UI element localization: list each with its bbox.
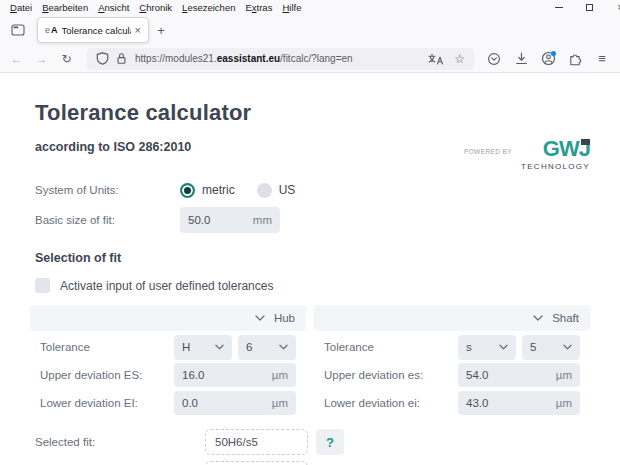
menu-bearbeiten[interactable]: Bearbeiten xyxy=(37,2,93,13)
extensions-icon xyxy=(568,52,582,66)
pocket-button[interactable] xyxy=(482,48,506,70)
tab-tolerance-calculator[interactable]: eA Tolerance calculator × xyxy=(37,17,149,43)
fit-type-value-box: Interference fit xyxy=(205,461,308,465)
units-label: System of Units: xyxy=(35,184,180,196)
window-controls: × xyxy=(543,1,620,15)
radio-metric[interactable] xyxy=(180,183,195,198)
basic-size-unit: mm xyxy=(253,214,272,226)
shaft-tolerance-grade-select[interactable]: 5 xyxy=(522,335,580,360)
radio-metric-label[interactable]: metric xyxy=(202,183,235,197)
hamburger-menu-icon: ≡ xyxy=(598,51,606,66)
menu-extras[interactable]: Extras xyxy=(240,2,277,13)
hub-lower-deviation-label: Lower deviation EI: xyxy=(40,397,174,409)
hub-panel-header[interactable]: Hub xyxy=(30,305,306,331)
hub-tolerance-row: Tolerance H 6 xyxy=(40,333,296,361)
minimize-button[interactable] xyxy=(543,1,574,15)
hub-upper-deviation-input[interactable]: 16.0 µm xyxy=(174,363,296,387)
url-text: https://modules21.eassistant.eu/fitcalc/… xyxy=(135,53,353,64)
menu-ansicht[interactable]: Ansicht xyxy=(93,2,134,13)
close-window-button[interactable]: × xyxy=(605,1,620,15)
tab-title: Tolerance calculator xyxy=(62,25,131,36)
hub-tolerance-letter-select[interactable]: H xyxy=(174,335,232,360)
radio-us[interactable] xyxy=(257,183,272,198)
basic-size-label: Basic size of fit: xyxy=(35,214,180,226)
reload-button[interactable]: ↻ xyxy=(54,48,79,70)
menu-bar: Datei Bearbeiten Ansicht Chronik Lesezei… xyxy=(0,0,620,15)
units-row: System of Units: metric US xyxy=(35,176,590,204)
user-tolerances-label[interactable]: Activate input of user defined tolerance… xyxy=(60,279,273,293)
forward-button[interactable]: → xyxy=(29,48,54,70)
shield-icon xyxy=(96,52,109,65)
shaft-upper-deviation-label: Upper deviation es: xyxy=(324,369,458,381)
bookmark-star-icon[interactable]: ☆ xyxy=(454,52,465,66)
shaft-tolerance-row: Tolerance s 5 xyxy=(324,333,580,361)
tab-favicon: e xyxy=(45,25,50,35)
fit-panels: Hub Tolerance H 6 xyxy=(30,305,590,421)
account-button[interactable] xyxy=(536,48,560,70)
extensions-button[interactable] xyxy=(563,48,587,70)
basic-size-input[interactable]: 50.0 mm xyxy=(180,207,280,233)
maximize-button[interactable] xyxy=(574,1,605,15)
gwj-logo: POWERED BY GWJ TECHNOLOGY xyxy=(464,138,590,171)
shaft-upper-deviation-input[interactable]: 54.0 µm xyxy=(458,363,580,387)
hub-tolerance-label: Tolerance xyxy=(40,341,174,353)
selected-fit-value-box: 50H6/s5 xyxy=(205,429,308,455)
radio-us-label[interactable]: US xyxy=(279,183,296,197)
new-tab-button[interactable]: + xyxy=(149,18,173,42)
lock-icon xyxy=(115,52,128,65)
selection-of-fit-heading: Selection of fit xyxy=(35,251,590,265)
urlbar-actions: ☆ xyxy=(428,52,465,66)
firefox-view-button[interactable] xyxy=(5,18,31,42)
powered-by-label: POWERED BY xyxy=(464,148,512,155)
page-title: Tolerance calculator xyxy=(35,100,590,126)
pocket-icon xyxy=(487,52,501,66)
tab-close-button[interactable]: × xyxy=(135,24,141,36)
toolbar-icons: ≡ xyxy=(482,48,616,70)
chevron-down-icon xyxy=(279,344,288,350)
gwj-wordmark: GWJ xyxy=(543,138,590,160)
hub-lower-deviation-input[interactable]: 0.0 µm xyxy=(174,391,296,415)
shaft-tolerance-label: Tolerance xyxy=(324,341,458,353)
chevron-down-icon xyxy=(499,344,508,350)
shaft-lower-deviation-label: Lower deviation ei: xyxy=(324,397,458,409)
shaft-lower-deviation-input[interactable]: 43.0 µm xyxy=(458,391,580,415)
menu-lesezeichen[interactable]: Lesezeichen xyxy=(177,2,240,13)
menu-hilfe[interactable]: Hilfe xyxy=(277,2,306,13)
chevron-down-icon xyxy=(563,344,572,350)
notification-dot xyxy=(551,51,556,56)
fit-help-button[interactable]: ? xyxy=(316,429,344,455)
navigation-toolbar: ← → ↻ https://modules21.eassistant.eu/fi… xyxy=(0,45,620,73)
hub-panel-title: Hub xyxy=(274,312,295,324)
download-icon xyxy=(515,52,528,65)
hub-panel: Hub Tolerance H 6 xyxy=(30,305,306,421)
selected-fit-row: Selected fit: 50H6/s5 ? xyxy=(35,429,590,455)
shaft-lower-deviation-row: Lower deviation ei: 43.0 µm xyxy=(324,389,580,417)
page-content: Tolerance calculator according to ISO 28… xyxy=(0,100,620,465)
units-radio-group: metric US xyxy=(180,183,295,198)
gwj-technology-label: TECHNOLOGY xyxy=(521,162,590,171)
user-tolerances-row: Activate input of user defined tolerance… xyxy=(35,278,590,293)
downloads-button[interactable] xyxy=(509,48,533,70)
tab-bar: eA Tolerance calculator × + xyxy=(0,15,620,45)
address-bar[interactable]: https://modules21.eassistant.eu/fitcalc/… xyxy=(87,48,474,70)
fit-type-row: Fit type: Interference fit xyxy=(35,461,590,465)
shaft-tolerance-letter-select[interactable]: s xyxy=(458,335,516,360)
menu-datei[interactable]: Datei xyxy=(5,2,37,13)
app-menu-button[interactable]: ≡ xyxy=(590,48,614,70)
shaft-panel-header[interactable]: Shaft xyxy=(314,305,590,331)
selected-fit-label: Selected fit: xyxy=(35,436,205,448)
menu-chronik[interactable]: Chronik xyxy=(134,2,177,13)
firefox-view-icon xyxy=(11,24,25,36)
translate-icon[interactable] xyxy=(428,53,444,65)
chevron-down-icon xyxy=(255,315,265,321)
hub-upper-deviation-row: Upper deviation ES: 16.0 µm xyxy=(40,361,296,389)
browser-chrome: Datei Bearbeiten Ansicht Chronik Lesezei… xyxy=(0,0,620,73)
back-button[interactable]: ← xyxy=(4,48,29,70)
user-tolerances-checkbox[interactable] xyxy=(35,278,50,293)
hub-tolerance-grade-select[interactable]: 6 xyxy=(238,335,296,360)
chevron-down-icon xyxy=(533,315,543,321)
hub-upper-deviation-label: Upper deviation ES: xyxy=(40,369,174,381)
shaft-upper-deviation-row: Upper deviation es: 54.0 µm xyxy=(324,361,580,389)
basic-size-row: Basic size of fit: 50.0 mm xyxy=(35,206,590,234)
shaft-panel-title: Shaft xyxy=(552,312,579,324)
